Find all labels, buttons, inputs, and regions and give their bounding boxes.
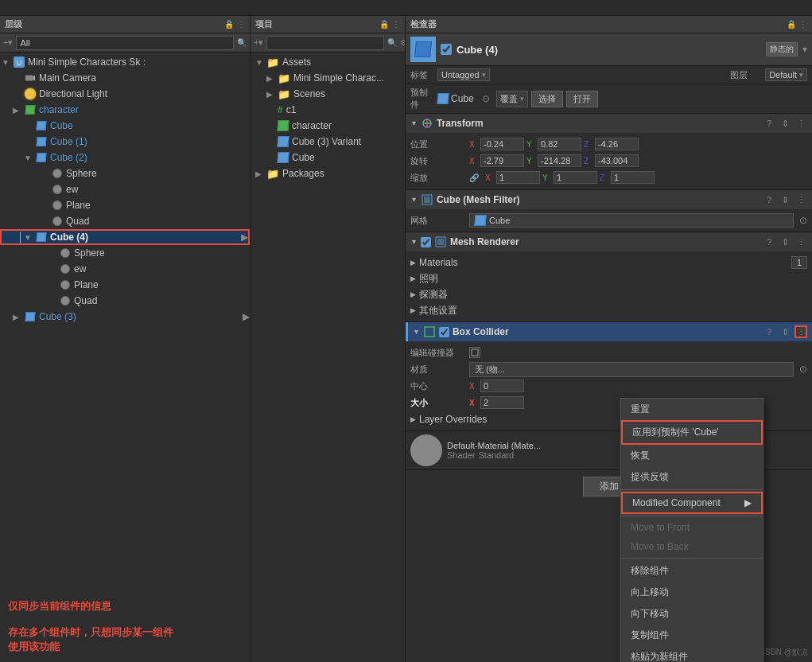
transform-settings-btn[interactable]: ⇕ (779, 117, 791, 130)
ctx-move-up[interactable]: 向上移动 (621, 582, 763, 603)
tree-item-cube1[interactable]: Cube (1) (0, 134, 250, 150)
probes-row[interactable]: ▶ 探测器 (410, 286, 807, 302)
pos-y-input[interactable] (538, 138, 581, 150)
mesh-filter-settings-btn[interactable]: ⇕ (779, 193, 791, 206)
add-hierarchy-icon[interactable]: +▾ (3, 37, 13, 48)
tree-item-plane2[interactable]: Plane (0, 277, 250, 293)
packages-arrow: ▶ (255, 169, 266, 178)
tree-item-ew1[interactable]: ew (0, 181, 250, 197)
rot-y-input[interactable] (538, 154, 581, 167)
box-collider-header[interactable]: ▼ Box Collider ? ⇕ ⋮ (406, 322, 812, 341)
scale-x-input[interactable] (496, 171, 540, 184)
box-collider-settings-btn[interactable]: ⇕ (779, 325, 791, 338)
mesh-dot-icon[interactable]: ⊙ (799, 215, 807, 226)
mesh-renderer-more-btn[interactable]: ⋮ (795, 236, 807, 248)
inspector-lock-icon[interactable]: 🔒 (787, 20, 796, 29)
tag-dropdown[interactable]: Untagged ▾ (437, 68, 490, 81)
collider-edit-icon[interactable] (469, 347, 480, 358)
tree-item-cube3[interactable]: ▶ Cube (3) ▶ (0, 309, 250, 325)
ctx-move-down[interactable]: 向下移动 (621, 603, 763, 625)
scale-y-input[interactable] (554, 171, 597, 184)
materials-row[interactable]: ▶ Materials 1 (410, 255, 807, 271)
other-settings-row[interactable]: ▶ 其他设置 (410, 302, 807, 318)
tree-item-cube4[interactable]: │ ▼ Cube (4) ▶ (0, 229, 250, 245)
layer-dropdown[interactable]: Default ▾ (765, 68, 807, 81)
object-active-checkbox[interactable] (441, 44, 452, 55)
inspector-prefab-row: 预制件 Cube ⊙ 覆盖 ▾ 选择 打开 (406, 84, 812, 114)
project-item-packages[interactable]: ▶ 📁 Packages (251, 166, 405, 181)
mesh-renderer-settings-btn[interactable]: ⇕ (779, 236, 791, 248)
project-item-cube-proj[interactable]: Cube (251, 150, 405, 166)
tree-item-ew2[interactable]: ew (0, 261, 250, 277)
transform-help-btn[interactable]: ? (763, 117, 775, 130)
center-x-input[interactable] (480, 380, 524, 392)
transform-header[interactable]: ▼ Transform ? ⇕ ⋮ (406, 114, 812, 133)
rot-z-input[interactable] (595, 154, 639, 167)
tree-item-quad1[interactable]: Quad (0, 213, 250, 229)
hierarchy-more-icon[interactable]: ⋮ (237, 20, 245, 29)
mesh-filter-header[interactable]: ▼ Cube (Mesh Filter) ? ⇕ ⋮ (406, 190, 812, 209)
inspector-header-icons: 🔒 ⋮ (787, 20, 807, 29)
project-search-input[interactable] (266, 36, 384, 50)
tree-item-quad2[interactable]: Quad (0, 293, 250, 309)
mesh-renderer-header[interactable]: ▼ Mesh Renderer ? ⇕ ⋮ (406, 232, 812, 251)
transform-icon (421, 117, 433, 130)
mesh-filter-help-btn[interactable]: ? (763, 193, 775, 206)
project-item-assets[interactable]: ▼ 📁 Assets (251, 54, 405, 70)
tree-item-cube2[interactable]: ▼ Cube (2) (0, 150, 250, 166)
tree-item-main-camera[interactable]: Main Camera (0, 70, 250, 86)
ctx-paste-new[interactable]: 粘贴为新组件 (621, 646, 763, 662)
ctx-feedback[interactable]: 提供反馈 (621, 466, 763, 488)
tree-item-plane1[interactable]: Plane (0, 197, 250, 213)
ew1-icon (51, 183, 64, 196)
inspector-more-icon[interactable]: ⋮ (799, 20, 807, 29)
ctx-reset[interactable]: 重置 (621, 399, 763, 420)
tree-item-directional-light[interactable]: Directional Light (0, 86, 250, 102)
static-dropdown-icon[interactable]: ▾ (802, 44, 807, 55)
project-item-cube3-variant[interactable]: Cube (3) Variant (251, 134, 405, 150)
add-project-icon[interactable]: +▾ (254, 37, 263, 48)
project-more-icon[interactable]: ⋮ (392, 20, 400, 29)
collider-material-dot[interactable]: ⊙ (799, 364, 807, 375)
rot-x-input[interactable] (480, 154, 524, 167)
tree-item-sphere1[interactable]: Sphere (0, 166, 250, 181)
cover-btn[interactable]: 覆盖 ▾ (496, 91, 528, 107)
hierarchy-search-input[interactable] (16, 36, 234, 50)
pos-x-input[interactable] (480, 138, 524, 150)
mesh-renderer-help-btn[interactable]: ? (763, 236, 775, 248)
project-item-character[interactable]: character (251, 118, 405, 134)
scale-z-input[interactable] (611, 171, 655, 184)
project-lock-icon[interactable]: 🔒 (379, 20, 389, 29)
open-btn[interactable]: 打开 (566, 91, 598, 107)
tree-item-character-top[interactable]: ▶ character (0, 102, 250, 118)
plane2-arrow (48, 281, 59, 290)
hierarchy-search-icon[interactable]: 🔍 (237, 38, 247, 47)
project-item-c1[interactable]: # c1 (251, 102, 405, 118)
ctx-copy-label: 复制组件 (631, 629, 669, 642)
ctx-move-back[interactable]: Move to Back (621, 537, 763, 556)
box-collider-more-btn[interactable]: ⋮ (795, 325, 807, 338)
ctx-apply-prefab[interactable]: 应用到预制件 'Cube' (623, 422, 761, 443)
project-search-icon[interactable]: 🔍 (387, 38, 397, 47)
size-x-input[interactable] (480, 396, 524, 409)
ctx-restore[interactable]: 恢复 (621, 445, 763, 466)
ctx-move-front[interactable]: Move to Front (621, 518, 763, 537)
hierarchy-lock-icon[interactable]: 🔒 (224, 20, 234, 29)
ctx-remove-component[interactable]: 移除组件 (621, 560, 763, 582)
ctx-modified-component[interactable]: Modified Component ▶ (623, 493, 761, 512)
pos-z-input[interactable] (595, 138, 639, 150)
lighting-row[interactable]: ▶ 照明 (410, 271, 807, 286)
project-item-scenes[interactable]: ▶ 📁 Scenes (251, 86, 405, 102)
box-collider-checkbox[interactable] (439, 327, 449, 337)
box-collider-help-btn[interactable]: ? (763, 325, 775, 338)
select-btn[interactable]: 选择 (531, 91, 563, 107)
tree-item-scene[interactable]: ▼ U Mini Simple Characters Sk : (0, 54, 250, 70)
tree-character-top-label: character (39, 104, 79, 115)
mesh-renderer-checkbox[interactable] (421, 237, 431, 247)
mesh-filter-more-btn[interactable]: ⋮ (795, 193, 807, 206)
tree-item-sphere2[interactable]: Sphere (0, 245, 250, 261)
ctx-copy-component[interactable]: 复制组件 (621, 625, 763, 646)
tree-item-cube[interactable]: Cube (0, 118, 250, 134)
project-item-mini[interactable]: ▶ 📁 Mini Simple Charac... (251, 70, 405, 86)
transform-more-btn[interactable]: ⋮ (795, 117, 807, 130)
